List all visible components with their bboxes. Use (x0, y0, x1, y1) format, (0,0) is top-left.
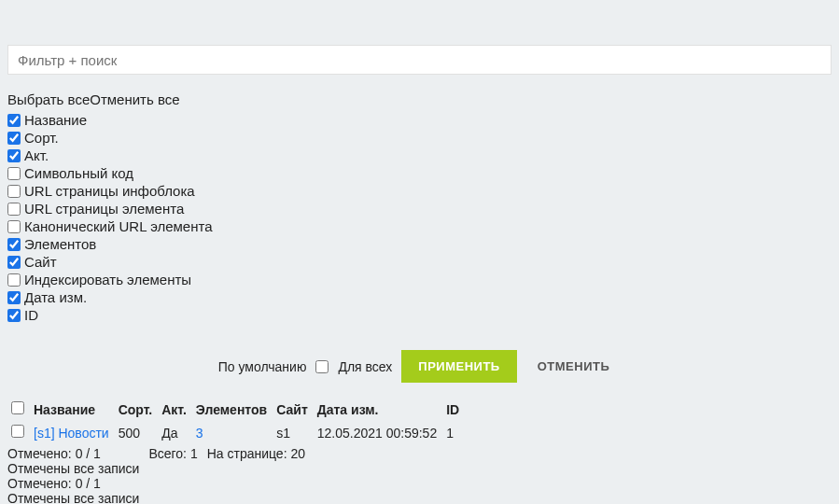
column-checkbox-row: Индексировать элементы (7, 271, 832, 288)
row-elements-link[interactable]: 3 (192, 423, 273, 442)
column-checkbox-label: Символьный код (24, 165, 133, 181)
column-checkbox-label: ID (24, 307, 38, 323)
column-checkbox-label: Сайт (24, 254, 57, 270)
column-checkbox-row: Элементов (7, 235, 832, 253)
row-sort: 500 (115, 423, 159, 442)
column-checkbox[interactable] (7, 256, 21, 269)
column-checkbox-row: Сайт (7, 253, 832, 271)
column-checkbox-row: URL страницы элемента (7, 200, 832, 217)
column-checkbox[interactable] (7, 291, 21, 304)
col-elements[interactable]: Элементов (192, 399, 273, 423)
column-checkbox-label: Канонический URL элемента (24, 218, 213, 234)
column-checkbox-row: ID (7, 306, 832, 324)
row-site: s1 (273, 423, 314, 442)
column-checkbox[interactable] (7, 149, 21, 162)
column-checkbox-row: Акт. (7, 147, 832, 164)
column-checkbox[interactable] (7, 114, 21, 127)
select-all-link[interactable]: Выбрать все (7, 91, 90, 107)
column-checkbox[interactable] (7, 185, 21, 198)
column-checkbox-label: Название (24, 112, 87, 128)
col-name[interactable]: Название (30, 399, 115, 423)
select-links: Выбрать всеОтменить все (7, 91, 832, 107)
row-id: 1 (442, 423, 465, 442)
column-checkbox-row: Символьный код (7, 164, 832, 182)
column-checkbox[interactable] (7, 203, 21, 216)
cancel-button[interactable]: Отменить (526, 350, 622, 383)
table-row[interactable]: [s1] Новости 500 Да 3 s1 12.05.2021 00:5… (7, 423, 465, 442)
default-label: По умолчанию (218, 359, 307, 374)
column-checkbox-row: Название (7, 111, 832, 129)
all-selected-label: Отмечены все записи (7, 461, 139, 476)
column-checkbox-label: Сорт. (24, 130, 59, 146)
selected-count-2: Отмечено: 0 / 1 (7, 476, 832, 491)
table-header-row: Название Сорт. Акт. Элементов Сайт Дата … (7, 399, 465, 423)
apply-button[interactable]: Применить (401, 350, 516, 383)
table-footer: Отмечено: 0 / 1 Отмечены все записи Всег… (7, 446, 832, 504)
column-checkbox[interactable] (7, 167, 21, 180)
column-checkbox[interactable] (7, 309, 21, 322)
select-all-rows-checkbox[interactable] (11, 401, 24, 414)
column-checkbox-row: Дата изм. (7, 288, 832, 306)
column-checkbox[interactable] (7, 220, 21, 233)
column-checkbox-row: Сорт. (7, 129, 832, 147)
column-checkbox[interactable] (7, 132, 21, 145)
column-checkbox-label: Дата изм. (24, 289, 87, 305)
column-checkbox-label: Индексировать элементы (24, 272, 191, 287)
column-checkbox-row: Канонический URL элемента (7, 217, 832, 235)
data-table: Название Сорт. Акт. Элементов Сайт Дата … (7, 399, 465, 442)
row-modified: 12.05.2021 00:59:52 (314, 423, 442, 442)
col-id[interactable]: ID (442, 399, 465, 423)
actions-row: По умолчанию Для всех Применить Отменить (7, 350, 832, 383)
for-all-checkbox[interactable] (315, 360, 329, 373)
col-modified[interactable]: Дата изм. (314, 399, 442, 423)
filter-bar (7, 45, 832, 75)
col-site[interactable]: Сайт (273, 399, 314, 423)
col-sort[interactable]: Сорт. (115, 399, 159, 423)
column-checkbox-label: Элементов (24, 236, 96, 252)
for-all-label: Для всех (338, 359, 392, 374)
per-page-label[interactable]: На странице: 20 (207, 446, 305, 461)
deselect-all-link[interactable]: Отменить все (90, 91, 179, 107)
selected-count: Отмечено: 0 / 1 (7, 446, 139, 461)
row-select-checkbox[interactable] (11, 425, 24, 438)
column-checkbox-label: URL страницы элемента (24, 201, 184, 217)
col-active[interactable]: Акт. (158, 399, 192, 423)
column-checkbox[interactable] (7, 273, 21, 287)
column-checkbox-list: НазваниеСорт.Акт.Символьный кодURL стран… (7, 111, 832, 324)
column-checkbox[interactable] (7, 238, 21, 251)
filter-search-input[interactable] (8, 46, 831, 74)
column-checkbox-label: Акт. (24, 147, 49, 163)
all-selected-label-2: Отмечены все записи (7, 491, 832, 504)
row-active: Да (158, 423, 192, 442)
column-checkbox-label: URL страницы инфоблока (24, 183, 195, 199)
column-checkbox-row: URL страницы инфоблока (7, 182, 832, 200)
total-count: Всего: 1 (148, 446, 197, 461)
row-name-link[interactable]: [s1] Новости (30, 423, 115, 442)
